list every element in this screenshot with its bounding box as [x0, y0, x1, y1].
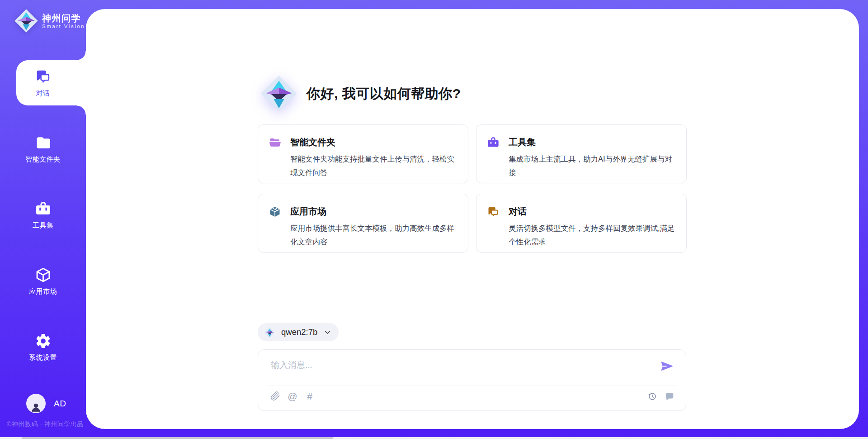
sidebar-item-label: 对话 — [36, 89, 50, 98]
content-column: 你好, 我可以如何帮助你? 智能文件夹 智能文件夹功能支持批量文件上传与清洗，轻… — [258, 9, 687, 429]
brand-text: 神州问学 Smart Vision — [42, 13, 85, 29]
user-name: AD — [54, 399, 66, 409]
active-tab-curve-bottom — [77, 105, 86, 115]
model-selector[interactable]: qwen2:7b — [258, 323, 339, 341]
sidebar-item-app-market[interactable]: 应用市场 — [0, 258, 86, 304]
user-profile[interactable]: AD — [26, 394, 66, 413]
send-button[interactable] — [660, 359, 674, 373]
brand: 神州问学 Smart Vision — [14, 8, 85, 33]
copyright-credit: ©神州数码 · 神州问学出品 — [7, 420, 84, 429]
cube-grid-icon — [269, 205, 281, 218]
history-clock-icon — [647, 391, 657, 401]
card-title: 应用市场 — [290, 205, 326, 218]
feature-cards: 智能文件夹 智能文件夹功能支持批量文件上传与清洗，轻松实现文件问答 工具集 集成… — [258, 124, 687, 253]
toolbox-icon — [35, 200, 52, 217]
brand-name: 神州问学 — [42, 13, 85, 24]
sidebar-item-settings[interactable]: 系统设置 — [0, 324, 86, 370]
card-chat[interactable]: 对话 灵活切换多模型文件，支持多样回复效果调试,满足个性化需求 — [476, 194, 687, 253]
sidebar-item-label: 智能文件夹 — [25, 155, 61, 164]
person-icon — [30, 401, 42, 413]
message-composer: @ # — [258, 349, 686, 411]
card-title: 对话 — [509, 205, 527, 218]
sidebar-item-smart-folder[interactable]: 智能文件夹 — [0, 126, 86, 172]
composer-divider — [267, 386, 677, 386]
sidebar-item-label: 系统设置 — [29, 353, 57, 362]
sidebar-item-label: 工具集 — [33, 221, 54, 230]
horizontal-scrollbar[interactable] — [0, 437, 868, 439]
hash-icon: # — [307, 391, 312, 401]
main-content-panel: 你好, 我可以如何帮助你? 智能文件夹 智能文件夹功能支持批量文件上传与清洗，轻… — [86, 9, 859, 429]
chevron-down-icon — [324, 329, 331, 335]
avatar — [26, 394, 46, 413]
send-plane-icon — [660, 359, 674, 373]
paperclip-icon — [270, 391, 280, 401]
conversations-button[interactable] — [665, 391, 675, 401]
active-tab-curve-top — [77, 51, 86, 60]
chat-bubble-icon — [665, 391, 675, 401]
brand-tagline: Smart Vision — [42, 24, 85, 29]
sidebar-item-toolset[interactable]: 工具集 — [0, 192, 86, 238]
sidebar: 神州问学 Smart Vision 对话 智能文件夹 工具集 应用市场 系统设置… — [0, 0, 86, 439]
chat-bubbles-icon — [487, 205, 500, 218]
card-title: 工具集 — [509, 136, 536, 148]
card-description: 集成市场上主流工具，助力AI与外界无缝扩展与对接 — [509, 152, 678, 179]
history-button[interactable] — [647, 391, 657, 401]
mention-button[interactable]: @ — [287, 391, 298, 401]
chat-bubbles-icon — [35, 68, 52, 85]
card-app-market[interactable]: 应用市场 应用市场提供丰富长文本模板，助力高效生成多样化文章内容 — [258, 194, 468, 253]
brand-diamond-icon — [14, 8, 39, 33]
message-input[interactable] — [271, 356, 587, 374]
card-title: 智能文件夹 — [290, 136, 335, 148]
brand-diamond-icon — [259, 74, 298, 113]
topic-button[interactable]: # — [304, 391, 315, 401]
gear-icon — [35, 333, 52, 349]
composer-right-tools — [647, 391, 675, 401]
attachment-button[interactable] — [270, 391, 281, 401]
at-icon: @ — [288, 391, 297, 401]
card-description: 智能文件夹功能支持批量文件上传与清洗，轻松实现文件问答 — [290, 152, 460, 179]
folder-open-icon — [269, 136, 281, 149]
sidebar-item-label: 应用市场 — [29, 287, 57, 296]
cube-icon — [35, 267, 52, 283]
model-name: qwen2:7b — [281, 327, 317, 337]
horizontal-scrollbar-thumb[interactable] — [22, 437, 333, 439]
composer-left-tools: @ # — [270, 391, 315, 401]
greeting-title: 你好, 我可以如何帮助你? — [307, 85, 461, 103]
card-description: 灵活切换多模型文件，支持多样回复效果调试,满足个性化需求 — [509, 221, 678, 248]
card-toolset[interactable]: 工具集 集成市场上主流工具，助力AI与外界无缝扩展与对接 — [476, 124, 687, 183]
welcome-header: 你好, 我可以如何帮助你? — [259, 74, 461, 113]
sidebar-item-chat[interactable]: 对话 — [0, 60, 86, 105]
brand-diamond-icon — [264, 327, 275, 338]
briefcase-icon — [487, 136, 500, 149]
card-smart-folder[interactable]: 智能文件夹 智能文件夹功能支持批量文件上传与清洗，轻松实现文件问答 — [258, 124, 468, 183]
folder-icon — [35, 134, 52, 151]
card-description: 应用市场提供丰富长文本模板，助力高效生成多样化文章内容 — [290, 221, 460, 248]
